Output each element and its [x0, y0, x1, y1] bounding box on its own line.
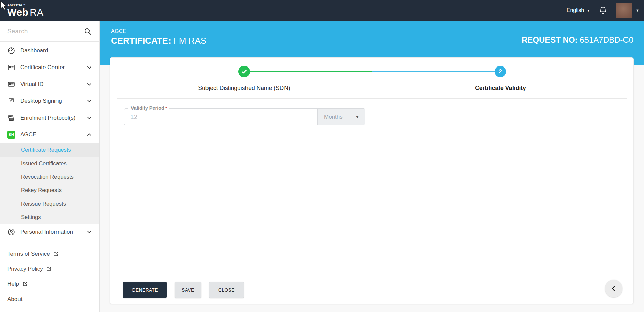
main-content: AGCE CERTIFICATE: FM RAS REQUEST NO: 651…	[100, 21, 644, 312]
close-button[interactable]: CLOSE	[209, 282, 244, 298]
sidebar: Dashboard Certificate Center Virtual ID	[0, 21, 100, 312]
sidebar-item-label: Desktop Signing	[20, 98, 62, 104]
link-help[interactable]: Help	[0, 276, 99, 292]
request-number: REQUEST NO: 651A7DBD-C0	[522, 35, 633, 45]
dashboard-icon	[7, 47, 15, 55]
submenu-item-issued-certificates[interactable]: Issued Certificates	[0, 157, 99, 170]
mouse-cursor-icon	[0, 1, 7, 11]
sidebar-item-personal-information[interactable]: Personal Information	[0, 224, 99, 240]
step-2-label: Certificate Validity	[416, 85, 584, 92]
notification-bell-icon[interactable]	[599, 6, 607, 15]
submenu-item-rekey-requests[interactable]: Rekey Requests	[0, 183, 99, 197]
language-selector[interactable]: English ▼	[567, 7, 590, 13]
link-terms-of-service[interactable]: Terms of Service	[0, 246, 99, 261]
submenu-item-settings[interactable]: Settings	[0, 210, 99, 224]
sidebar-item-desktop-signing[interactable]: Desktop Signing	[0, 93, 99, 109]
search-icon[interactable]	[84, 27, 92, 35]
sidebar-item-agce[interactable]: SH AGCE	[0, 126, 99, 143]
step-1-indicator[interactable]	[238, 66, 250, 77]
chevron-down-icon	[87, 230, 92, 234]
validity-unit-dropdown[interactable]: Months ▼	[317, 109, 365, 125]
certificate-center-icon	[7, 63, 15, 72]
validity-period-input[interactable]	[124, 109, 317, 125]
desktop-signing-icon	[7, 97, 15, 105]
sidebar-item-label: Dashboard	[20, 47, 48, 54]
virtual-id-icon	[7, 80, 15, 88]
webra-app: Ascertia™ WebRA English ▼ ▼	[0, 0, 644, 312]
step-2-indicator[interactable]: 2	[495, 66, 506, 77]
check-icon	[241, 69, 247, 75]
webra-brand: WebRA	[7, 7, 44, 18]
chevron-up-icon	[87, 132, 92, 137]
personal-information-icon	[7, 228, 15, 236]
top-bar: Ascertia™ WebRA English ▼ ▼	[0, 0, 644, 21]
chevron-down-icon: ▼	[586, 9, 590, 12]
ascertia-brand: Ascertia™	[7, 4, 44, 7]
sidebar-item-label: Virtual ID	[20, 81, 44, 88]
chevron-down-icon	[87, 82, 92, 87]
chevron-down-icon	[87, 116, 92, 120]
link-about[interactable]: About	[0, 292, 99, 307]
dropdown-caret-icon: ▼	[355, 115, 359, 119]
webra-logo[interactable]: Ascertia™ WebRA	[7, 4, 44, 17]
sidebar-item-certificate-center[interactable]: Certificate Center	[0, 59, 99, 76]
external-link-icon	[22, 281, 28, 287]
page-title: CERTIFICATE: FM RAS	[111, 36, 206, 46]
chevron-down-icon	[87, 99, 92, 103]
step-1-label: Subject Distinguished Name (SDN)	[160, 85, 328, 92]
generate-button[interactable]: GENERATE	[123, 282, 167, 298]
agce-submenu: Certificate Requests Issued Certificates…	[0, 143, 99, 224]
sidebar-item-label: Certificate Center	[20, 64, 65, 71]
sidebar-search	[0, 21, 99, 42]
link-privacy-policy[interactable]: Privacy Policy	[0, 261, 99, 276]
sidebar-item-label: AGCE	[20, 131, 36, 138]
user-avatar[interactable]	[616, 3, 632, 18]
stepper-connector-complete	[244, 71, 372, 72]
wizard-card: 2 Subject Distinguished Name (SDN) Certi…	[110, 57, 634, 304]
sidebar-divider	[0, 244, 99, 244]
stepper-connector-upcoming	[372, 71, 500, 72]
user-menu[interactable]: ▼	[616, 3, 639, 18]
sidebar-item-enrolment-protocols[interactable]: Enrolment Protocol(s)	[0, 109, 99, 126]
save-button[interactable]: SAVE	[175, 282, 201, 298]
agce-sh-badge: SH	[7, 131, 15, 139]
sidebar-item-label: Personal Information	[20, 229, 73, 235]
actions-bar: GENERATE SAVE CLOSE	[123, 282, 244, 298]
validity-unit-value: Months	[324, 114, 343, 120]
chevron-left-icon	[610, 285, 617, 292]
sidebar-item-virtual-id[interactable]: Virtual ID	[0, 76, 99, 93]
header-app-label: AGCE	[111, 28, 206, 34]
required-asterisk: *	[165, 106, 167, 111]
submenu-item-reissue-requests[interactable]: Reissue Requests	[0, 197, 99, 210]
stepper-divider	[117, 98, 627, 99]
validity-period-field: Validity Period* Months ▼	[124, 108, 365, 125]
language-label: English	[567, 7, 584, 13]
actions-divider	[117, 274, 627, 274]
submenu-item-revocation-requests[interactable]: Revocation Requests	[0, 170, 99, 183]
chevron-down-icon	[87, 65, 92, 70]
back-step-button[interactable]	[605, 280, 622, 297]
external-link-icon	[46, 266, 52, 272]
external-link-icon	[53, 251, 59, 257]
enrolment-protocols-icon	[7, 114, 15, 122]
validity-period-label: Validity Period*	[128, 105, 169, 111]
submenu-item-certificate-requests[interactable]: Certificate Requests	[0, 143, 99, 157]
sidebar-item-dashboard[interactable]: Dashboard	[0, 42, 99, 59]
sidebar-item-label: Enrolment Protocol(s)	[20, 115, 75, 121]
chevron-down-icon: ▼	[636, 8, 639, 12]
